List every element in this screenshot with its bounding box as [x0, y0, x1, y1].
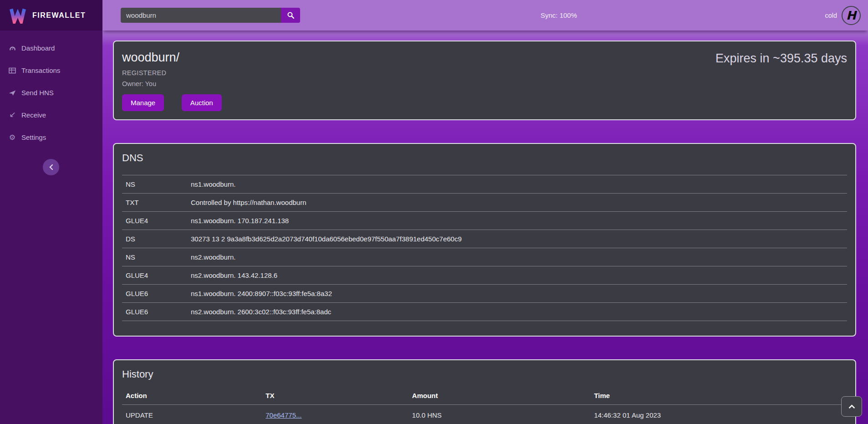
- dns-record-value: ns1.woodburn.: [187, 175, 847, 194]
- history-table: Action TX Amount Time UPDATE 70e64775...…: [122, 387, 847, 424]
- transactions-table-icon: [8, 66, 16, 74]
- dns-record-type: TXT: [122, 194, 187, 212]
- sync-status: Sync: 100%: [541, 11, 577, 19]
- dns-record-type: GLUE4: [122, 266, 187, 285]
- search-icon: [287, 11, 295, 19]
- dns-record-row: TXT Controlled by https://nathan.woodbur…: [122, 194, 847, 212]
- handshake-logo-icon[interactable]: H: [842, 6, 861, 25]
- dns-record-row: GLUE4 ns1.woodburn. 170.187.241.138: [122, 212, 847, 230]
- history-action: UPDATE: [122, 405, 262, 424]
- chevron-up-icon: [848, 404, 855, 409]
- manage-button[interactable]: Manage: [122, 94, 164, 111]
- topbar: Sync: 100% cold H: [102, 0, 868, 31]
- sidebar-item-label: Settings: [21, 133, 46, 141]
- sidebar-nav: Dashboard Transactions Send HNS: [0, 31, 102, 148]
- history-col-amount: Amount: [408, 387, 591, 405]
- dns-record-type: GLUE6: [122, 285, 187, 303]
- sidebar-item-label: Transactions: [21, 66, 60, 74]
- domain-actions: Manage Auction: [122, 94, 237, 111]
- chevron-left-icon: [49, 164, 53, 170]
- app-window: FIREWALLET Dashboard: [0, 0, 868, 424]
- dns-record-type: NS: [122, 175, 187, 194]
- domain-info: woodburn/ REGISTERED Owner: You Manage A…: [122, 48, 237, 111]
- firewallet-logo-icon: [9, 7, 26, 24]
- sidebar: FIREWALLET Dashboard: [0, 0, 102, 424]
- search-button[interactable]: [281, 8, 300, 23]
- sidebar-item-settings[interactable]: ⚙ Settings: [0, 126, 102, 148]
- receive-arrow-icon: [8, 111, 16, 119]
- domain-card: woodburn/ REGISTERED Owner: You Manage A…: [113, 41, 856, 120]
- dns-record-type: NS: [122, 248, 187, 266]
- sidebar-item-receive[interactable]: Receive: [0, 104, 102, 126]
- dns-record-value: Controlled by https://nathan.woodburn: [187, 194, 847, 212]
- domain-name-title: woodburn/: [122, 51, 237, 65]
- dns-record-value: ns2.woodburn.: [187, 248, 847, 266]
- history-card: History Action TX Amount Time UP: [113, 359, 856, 424]
- search-input[interactable]: [121, 8, 281, 23]
- history-time: 14:46:32 01 Aug 2023: [590, 405, 847, 424]
- search-bar: [121, 8, 300, 23]
- sidebar-collapse-button[interactable]: [43, 159, 59, 175]
- brand: FIREWALLET: [0, 0, 102, 31]
- wallet-name: cold: [825, 12, 837, 19]
- dns-record-type: GLUE4: [122, 212, 187, 230]
- dns-record-row: GLUE6 ns2.woodburn. 2600:3c02::f03c:93ff…: [122, 303, 847, 321]
- dns-card: DNS NS ns1.woodburn. TXT Controlled by h…: [113, 143, 856, 337]
- dns-record-row: DS 30273 13 2 9a3a8fb3d625d2a2073d740f10…: [122, 230, 847, 248]
- dns-record-row: NS ns2.woodburn.: [122, 248, 847, 266]
- history-header-row: Action TX Amount Time: [122, 387, 847, 405]
- dns-record-row: NS ns1.woodburn.: [122, 175, 847, 194]
- dns-record-type: GLUE6: [122, 303, 187, 321]
- scroll-to-top-button[interactable]: [841, 396, 862, 417]
- dns-record-value: ns2.woodburn. 2600:3c02::f03c:93ff:fe5a:…: [187, 303, 847, 321]
- dns-record-value: 30273 13 2 9a3a8fb3d625d2a2073d740f10da6…: [187, 230, 847, 248]
- sidebar-item-dashboard[interactable]: Dashboard: [0, 37, 102, 59]
- page-content: woodburn/ REGISTERED Owner: You Manage A…: [102, 31, 868, 424]
- auction-button[interactable]: Auction: [182, 94, 222, 111]
- history-col-action: Action: [122, 387, 262, 405]
- sidebar-item-transactions[interactable]: Transactions: [0, 59, 102, 82]
- dns-record-row: GLUE6 ns1.woodburn. 2400:8907::f03c:93ff…: [122, 285, 847, 303]
- history-row: UPDATE 70e64775... 10.0 HNS 14:46:32 01 …: [122, 405, 847, 424]
- sidebar-item-label: Dashboard: [21, 44, 55, 52]
- main-area: Sync: 100% cold H woodburn/ REGISTERED O…: [102, 0, 868, 424]
- dns-record-value: ns2.woodburn. 143.42.128.6: [187, 266, 847, 285]
- domain-status: REGISTERED: [122, 69, 237, 77]
- history-col-time: Time: [590, 387, 847, 405]
- sidebar-item-label: Receive: [21, 111, 46, 119]
- sidebar-item-label: Send HNS: [21, 89, 54, 97]
- domain-expiry: Expires in ~395.35 days: [715, 51, 847, 66]
- sidebar-item-send-hns[interactable]: Send HNS: [0, 82, 102, 104]
- wallet-indicator: cold H: [825, 0, 861, 31]
- tx-hash-link[interactable]: 70e64775...: [266, 411, 301, 419]
- dns-record-value: ns1.woodburn. 170.187.241.138: [187, 212, 847, 230]
- send-paper-plane-icon: [8, 89, 16, 97]
- settings-gear-icon: ⚙: [8, 133, 16, 141]
- dns-record-row: GLUE4 ns2.woodburn. 143.42.128.6: [122, 266, 847, 285]
- dns-record-type: DS: [122, 230, 187, 248]
- domain-owner: Owner: You: [122, 80, 237, 87]
- dns-title: DNS: [122, 152, 847, 164]
- history-title: History: [122, 368, 847, 380]
- dashboard-gauge-icon: [8, 44, 16, 52]
- history-amount: 10.0 HNS: [408, 405, 591, 424]
- dns-record-value: ns1.woodburn. 2400:8907::f03c:93ff:fe5a:…: [187, 285, 847, 303]
- history-col-tx: TX: [262, 387, 408, 405]
- brand-name: FIREWALLET: [32, 11, 86, 20]
- dns-table: NS ns1.woodburn. TXT Controlled by https…: [122, 175, 847, 321]
